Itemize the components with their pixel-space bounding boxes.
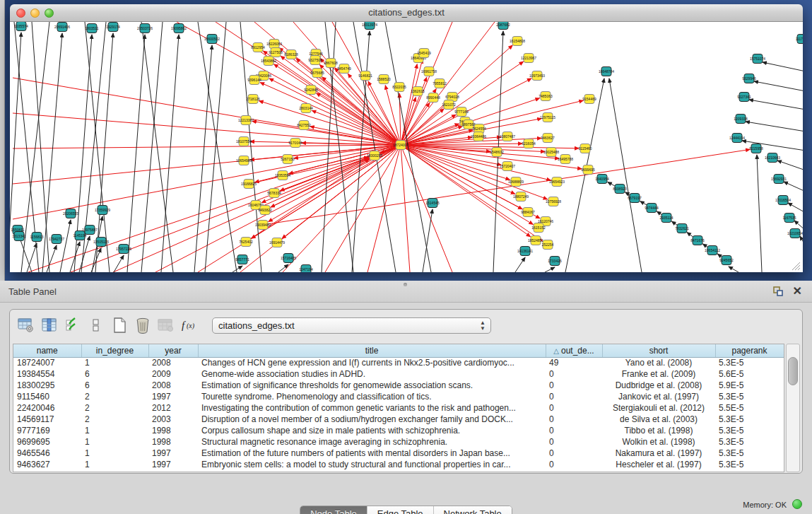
citation-edge-black[interactable] [763, 62, 803, 71]
citation-edge-red[interactable] [13, 145, 401, 148]
column-header-out_de[interactable]: △out_de... [546, 344, 602, 357]
citation-edge-black[interactable] [788, 203, 803, 213]
graph-node[interactable]: 8427552 [297, 121, 311, 130]
graph-node[interactable]: 8938923 [613, 185, 627, 194]
graph-node[interactable]: 2803144 [299, 104, 313, 113]
table-row[interactable]: 1938455462009Genome-wide association stu… [13, 368, 784, 380]
graph-node[interactable]: 1548632 [490, 148, 504, 157]
graph-node[interactable]: 18313974 [362, 22, 377, 30]
citation-edge-red[interactable] [13, 113, 401, 145]
graph-node[interactable]: 7485063 [539, 92, 553, 101]
citation-edge-black[interactable] [60, 220, 71, 272]
citation-edge-black[interactable] [127, 35, 145, 272]
graph-node[interactable]: 10025488 [543, 148, 559, 157]
graph-node[interactable]: 9329946 [742, 74, 756, 83]
graph-node[interactable]: 17942737 [49, 235, 64, 244]
select-all-icon[interactable] [62, 315, 83, 336]
scrollbar-thumb[interactable] [788, 357, 798, 385]
graph-node[interactable]: 8322035 [392, 83, 406, 92]
graph-node[interactable]: 1929174 [106, 23, 120, 32]
citation-edge-red[interactable] [401, 145, 559, 158]
citation-edge-black[interactable] [27, 243, 37, 272]
column-header-name[interactable]: name [13, 344, 81, 357]
column-header-pagerank[interactable]: pagerank [715, 344, 784, 357]
graph-node[interactable]: 10973493 [529, 71, 545, 81]
citation-edge-black[interactable] [749, 100, 803, 110]
clear-selection-icon[interactable] [86, 315, 107, 336]
citation-edge-black[interactable] [423, 209, 433, 272]
citation-edge-black[interactable] [777, 160, 803, 170]
citation-edge-black[interactable] [91, 248, 101, 272]
show-columns-icon[interactable] [39, 315, 60, 336]
graph-node[interactable]: 20503726 [137, 24, 153, 33]
graph-node[interactable]: 2718126 [246, 95, 260, 104]
citation-edge-red[interactable] [282, 145, 401, 238]
graph-node[interactable]: 8912954 [251, 43, 265, 52]
graph-node[interactable]: 12975115 [540, 113, 555, 122]
graph-node[interactable]: 2935114 [659, 214, 673, 223]
citation-edge-red[interactable] [401, 145, 531, 237]
graph-node[interactable]: 9227341 [737, 93, 751, 102]
citation-edge-black[interactable] [609, 78, 642, 272]
citation-edge-black[interactable] [754, 81, 803, 91]
graph-node[interactable]: 8186328 [284, 50, 298, 59]
citation-edge-black[interactable] [205, 22, 226, 272]
graph-node[interactable]: 20206555 [63, 209, 78, 218]
graph-node[interactable]: 8454749 [337, 64, 351, 74]
table-row[interactable]: 1872400712008Changes of HCN gene express… [13, 357, 784, 368]
citation-edge-black[interactable] [545, 267, 555, 272]
graph-node[interactable]: 9146821 [358, 71, 372, 81]
graph-node[interactable]: 6216054 [522, 139, 536, 148]
graph-node[interactable]: 9170044 [288, 139, 302, 148]
graph-node[interactable]: 9884067 [521, 208, 535, 217]
graph-node[interactable]: 3313341 [12, 232, 26, 241]
graph-node[interactable]: 5675685 [310, 69, 324, 78]
graph-node[interactable]: 16914479 [269, 238, 285, 247]
graph-node[interactable]: 15716485 [281, 254, 296, 263]
graph-node[interactable]: 9699695 [581, 165, 595, 175]
citation-edge-black[interactable] [161, 35, 179, 272]
graph-node[interactable]: 7955812 [433, 79, 447, 88]
graph-node[interactable]: 10756928 [546, 197, 561, 206]
citation-edge-black[interactable] [757, 155, 762, 272]
graph-node[interactable]: 1209338 [734, 115, 748, 124]
graph-node[interactable]: 16961758 [421, 67, 437, 76]
graph-node[interactable]: 7832621 [675, 224, 689, 233]
citation-edge-red[interactable] [28, 145, 401, 272]
close-icon[interactable]: ✕ [793, 285, 802, 298]
graph-node[interactable]: 8990448 [426, 93, 440, 103]
graph-node[interactable]: 16648784 [599, 67, 614, 76]
graph-node[interactable]: 18353594 [275, 171, 290, 180]
citation-edge-black[interactable] [70, 242, 80, 272]
column-header-short[interactable]: short [602, 344, 715, 357]
citation-edge-black[interactable] [19, 236, 32, 272]
graph-node[interactable]: 18807249 [513, 192, 529, 201]
float-window-icon[interactable] [772, 286, 784, 297]
citation-edge-black[interactable] [240, 22, 261, 272]
graph-node[interactable]: 12213967 [521, 54, 536, 63]
table-scrollbar[interactable] [786, 344, 800, 472]
citation-edge-black[interactable] [515, 257, 525, 272]
citation-edge-red[interactable] [263, 149, 750, 225]
graph-node[interactable]: 9242848 [304, 86, 318, 95]
splitter-handle[interactable] [404, 283, 407, 286]
graph-node[interactable]: 15720407 [500, 162, 515, 171]
graph-node[interactable]: 9127508 [269, 48, 283, 57]
create-column-icon[interactable] [109, 315, 130, 336]
table-row[interactable]: 911546021997Tourette syndrome. Phenomeno… [13, 391, 784, 402]
graph-node[interactable]: 20364486 [471, 132, 486, 141]
table-row[interactable]: 946554611997Estimation of the future num… [13, 448, 784, 459]
graph-node[interactable]: 19095862 [171, 24, 187, 33]
citation-network-graph[interactable]: 1035574206914061803511192917420503726190… [10, 22, 803, 272]
graph-node[interactable]: 17359929 [95, 206, 110, 215]
citation-edge-red[interactable] [155, 145, 401, 272]
graph-node[interactable]: 9857771 [235, 255, 249, 264]
graph-node[interactable]: 16600502 [204, 35, 220, 44]
graph-node[interactable]: 1247194 [299, 265, 313, 273]
graph-node[interactable]: 1035574 [14, 22, 28, 31]
graph-node[interactable]: 15751074 [750, 54, 765, 64]
graph-node[interactable]: 18226063 [266, 40, 282, 49]
graph-node[interactable]: 9777169 [454, 107, 469, 117]
graph-node[interactable]: 8471676 [690, 236, 705, 245]
graph-node[interactable]: 9327508 [308, 56, 322, 65]
